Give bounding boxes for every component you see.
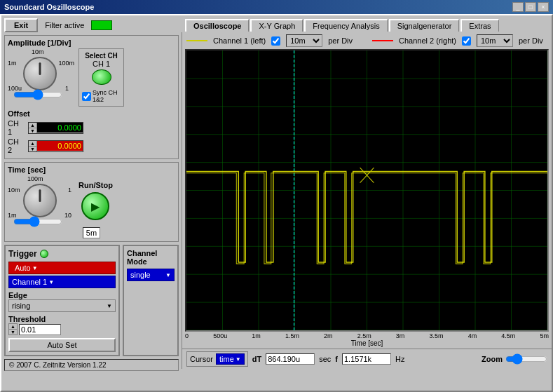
time-axis-25m: 2.5m <box>357 332 371 339</box>
main-window: Exit Filter active Oscilloscope X-Y Grap… <box>0 14 553 392</box>
time-knob[interactable] <box>23 184 57 217</box>
tab-xy-graph[interactable]: X-Y Graph <box>250 19 303 32</box>
channel-mode-arrow: ▼ <box>165 272 171 278</box>
tab-bar: Oscilloscope X-Y Graph Frequency Analysi… <box>185 19 499 32</box>
exit-button[interactable]: Exit <box>4 18 38 32</box>
channel-mode-select[interactable]: single ▼ <box>127 269 175 281</box>
time-knob-area: 100m 10m 1 1m 10 <box>8 175 74 226</box>
tab-extras[interactable]: Extras <box>460 19 498 32</box>
trigger-led <box>40 250 48 258</box>
bottom-bar: Cursor time ▼ dT 864.190u sec f 1.1571k … <box>182 349 552 369</box>
time-section: Time [sec] 100m 10m 1 1m 10 Run/Stop <box>4 162 179 242</box>
ch2-per-div-label: per Div <box>519 36 543 45</box>
amplitude-title: Amplitude [1/Div] <box>8 39 175 47</box>
edge-label: Edge <box>8 291 116 299</box>
zoom-slider[interactable] <box>505 353 547 365</box>
trigger-mode-button[interactable]: Auto ▼ <box>8 262 116 274</box>
filter-label: Filter active <box>45 21 84 29</box>
tab-signalgenerator[interactable]: Signalgenerator <box>389 19 460 32</box>
trigger-mode-label: Auto <box>15 264 31 272</box>
ch2-per-div-select[interactable]: 10m1m100m <box>477 34 513 47</box>
time-axis-3m: 3m <box>396 332 405 339</box>
time-axis-labels: 0 500u 1m 1.5m 2m 2.5m 3m 3.5m 4m 4.5m 5… <box>182 332 552 339</box>
channel-mode-box: Channel Mode single ▼ <box>123 245 179 356</box>
offset-ch1-spin[interactable]: ▲ ▼ 0.0000 <box>28 122 83 134</box>
window-title: Soundcard Oszilloscope <box>4 3 94 11</box>
copyright-bar: © 2007 C. Zeitnitz Version 1.22 <box>4 359 179 371</box>
select-ch-box: Select CH CH 1 Sync CH 1&2 <box>78 48 124 107</box>
sync-checkbox[interactable] <box>82 92 91 101</box>
threshold-section: Threshold ▲ ▼ 0.01 <box>8 315 116 335</box>
time-label-br: 10 <box>64 212 71 219</box>
ch1-checkbox[interactable] <box>271 36 280 46</box>
offset-title: Offset <box>8 109 30 118</box>
f-input[interactable]: 1.1571k <box>342 353 391 365</box>
threshold-input[interactable]: 0.01 <box>19 324 61 335</box>
run-stop-button[interactable]: ▶ <box>81 192 109 220</box>
time-axis-unit: Time [sec] <box>182 339 552 349</box>
amplitude-knob-area: 10m 1m 100m 100u 1 <box>8 48 74 99</box>
trigger-header: Trigger <box>8 249 116 259</box>
amplitude-knob[interactable] <box>23 57 57 90</box>
threshold-down[interactable]: ▼ <box>9 330 17 334</box>
trigger-channel-button[interactable]: Channel 1 ▼ <box>8 276 116 288</box>
time-label-top: 100m <box>27 175 43 182</box>
offset-ch1-input[interactable]: 0.0000 <box>37 123 83 133</box>
scope-display <box>185 49 549 332</box>
offset-ch2-spin[interactable]: ▲ ▼ 0.0000 <box>28 140 83 152</box>
ch1-per-div-select[interactable]: 10m1m100m <box>286 34 322 47</box>
cursor-type-select[interactable]: time ▼ <box>216 353 245 365</box>
time-axis-5m: 5m <box>540 332 549 339</box>
time-axis-35m: 3.5m <box>430 332 444 339</box>
offset-ch1-up[interactable]: ▲ <box>29 123 36 128</box>
threshold-input-row: ▲ ▼ 0.01 <box>8 323 116 335</box>
offset-ch2-row: CH 2 ▲ ▼ 0.0000 <box>8 137 175 154</box>
time-axis-45m: 4.5m <box>501 332 515 339</box>
sync-label: Sync CH 1&2 <box>93 89 121 103</box>
tab-oscilloscope[interactable]: Oscilloscope <box>185 19 249 32</box>
offset-ch1-label: CH 1 <box>8 119 25 136</box>
amp-label-tr: 100m <box>58 60 74 67</box>
channel-mode-value: single <box>130 271 151 279</box>
threshold-spin[interactable]: ▲ ▼ <box>8 323 18 335</box>
offset-ch1-down[interactable]: ▼ <box>29 128 36 133</box>
channel-mode-title: Channel Mode <box>127 249 175 266</box>
edge-section: Edge rising ▼ <box>8 291 116 312</box>
offset-ch2-label: CH 2 <box>8 137 25 154</box>
offset-ch2-input[interactable]: 0.0000 <box>37 141 83 151</box>
offset-section: Offset CH 1 ▲ ▼ 0.0000 CH 2 <box>8 109 175 154</box>
window-controls: _ □ × <box>512 2 549 12</box>
close-button[interactable]: × <box>538 2 549 12</box>
trigger-channel-arrow: ▼ <box>48 279 54 285</box>
maximize-button[interactable]: □ <box>525 2 536 12</box>
cursor-type-arrow: ▼ <box>235 356 241 363</box>
edge-select[interactable]: rising ▼ <box>8 299 116 312</box>
time-title: Time [sec] <box>8 165 175 174</box>
amplitude-slider[interactable] <box>13 90 62 99</box>
amp-label-br: 1 <box>65 85 69 92</box>
title-bar: Soundcard Oszilloscope _ □ × <box>0 0 553 14</box>
scope-svg <box>186 50 547 330</box>
left-panel: Amplitude [1/Div] 10m 1m 100m 100u 1 <box>1 32 182 369</box>
time-axis-0: 0 <box>185 332 189 339</box>
select-ch-label: Select CH <box>85 52 118 60</box>
offset-ch2-down[interactable]: ▼ <box>29 147 36 151</box>
time-slider[interactable] <box>13 217 62 226</box>
trigger-mode-arrow: ▼ <box>32 265 38 271</box>
ch2-legend-label: Channel 2 (right) <box>399 36 456 45</box>
minimize-button[interactable]: _ <box>512 2 524 12</box>
cursor-label: Cursor <box>190 355 213 363</box>
autoset-button[interactable]: Auto Set <box>8 338 116 352</box>
ch1-label: CH 1 <box>93 60 110 68</box>
threshold-up[interactable]: ▲ <box>9 324 17 330</box>
offset-ch2-up[interactable]: ▲ <box>29 141 36 147</box>
zoom-label: Zoom <box>482 355 503 363</box>
run-stop-section: Run/Stop ▶ <box>78 181 113 220</box>
f-label: f <box>335 355 338 363</box>
ch2-checkbox[interactable] <box>462 36 471 46</box>
tab-frequency-analysis[interactable]: Frequency Analysis <box>304 19 387 32</box>
right-panel: Channel 1 (left) 10m1m100m per Div Chann… <box>182 32 552 369</box>
ch1-indicator[interactable] <box>92 69 111 85</box>
dt-input[interactable]: 864.190u <box>266 353 315 365</box>
cursor-section: Cursor time ▼ <box>186 351 248 367</box>
